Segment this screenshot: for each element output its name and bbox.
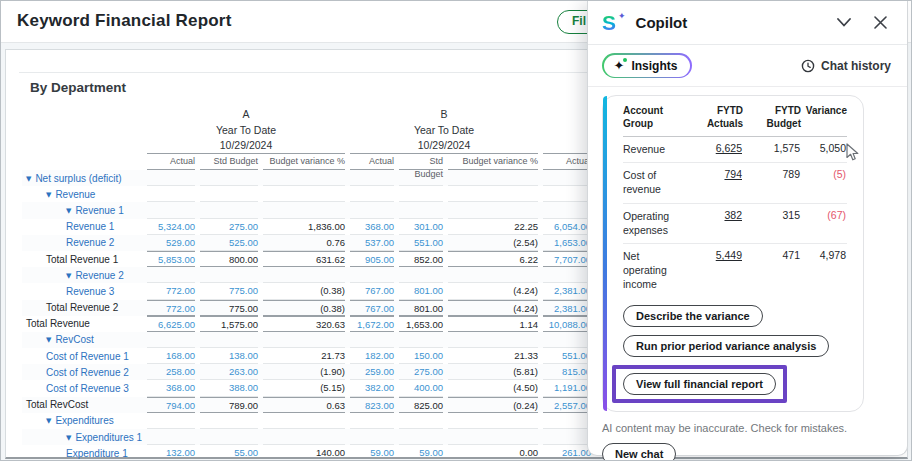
report-cell	[147, 202, 195, 218]
report-cell[interactable]: 382.00	[350, 380, 394, 396]
suggestion-button[interactable]: Describe the variance	[623, 305, 763, 327]
report-cell[interactable]: 7,707.00	[543, 251, 591, 267]
chat-history-button[interactable]: Chat history	[801, 59, 891, 73]
account-label[interactable]: Cost of Revenue 2	[22, 367, 142, 378]
collapse-triangle-icon[interactable]: ▼	[46, 336, 51, 344]
report-cell[interactable]: 2,381.00	[543, 283, 591, 299]
report-cell	[147, 267, 195, 283]
account-label[interactable]: Revenue 1	[22, 221, 142, 232]
report-cell[interactable]: 261.00	[543, 445, 591, 461]
report-cell[interactable]: 525.00	[200, 235, 258, 251]
new-chat-button[interactable]: New chat	[602, 443, 676, 461]
collapse-triangle-icon[interactable]: ▼	[66, 207, 71, 215]
report-cell[interactable]: 168.00	[147, 348, 195, 364]
account-label[interactable]: Cost of Revenue 3	[22, 383, 142, 394]
account-label[interactable]: Cost of Revenue 1	[22, 351, 142, 362]
account-group-label[interactable]: ▼Revenue	[22, 189, 142, 200]
insight-budget-value: 789	[743, 168, 801, 180]
insight-budget-value: 471	[743, 249, 801, 261]
insights-tab[interactable]: ✦ Insights	[602, 53, 692, 78]
copilot-header: S✦ Copilot	[588, 1, 907, 45]
insight-actuals-link[interactable]: 5,449	[681, 249, 743, 261]
report-cell[interactable]: 59.00	[399, 445, 443, 461]
collapse-triangle-icon[interactable]: ▼	[46, 417, 51, 425]
account-group-label[interactable]: ▼Revenue 1	[22, 205, 142, 216]
column-header: Std Budget	[399, 155, 443, 170]
collapse-triangle-icon[interactable]: ▼	[66, 434, 71, 442]
account-label[interactable]: Expenditure 1	[22, 448, 142, 459]
account-group-label[interactable]: ▼RevCost	[22, 334, 142, 345]
report-cell[interactable]: 5,324.00	[147, 219, 195, 235]
account-label: Total Revenue 1	[22, 254, 142, 265]
account-group-label[interactable]: ▼Net surplus (deficit)	[22, 173, 142, 184]
report-cell	[200, 267, 258, 283]
report-cell[interactable]: 10,088.00	[543, 316, 591, 332]
report-cell[interactable]: 772.00	[147, 283, 195, 299]
report-cell[interactable]: 6,054.00	[543, 219, 591, 235]
report-cell[interactable]: 132.00	[147, 445, 195, 461]
suggestion-button[interactable]: View full financial report	[623, 373, 776, 395]
account-label[interactable]: Revenue 2	[22, 237, 142, 248]
report-cell[interactable]: 59.00	[350, 445, 394, 461]
report-cell[interactable]: 772.00	[147, 300, 195, 316]
report-cell[interactable]: 275.00	[399, 364, 443, 380]
report-cell[interactable]: 182.00	[350, 348, 394, 364]
report-cell[interactable]: 529.00	[147, 235, 195, 251]
account-label: Total Revenue 2	[22, 302, 142, 313]
report-cell[interactable]: 368.00	[350, 219, 394, 235]
report-cell[interactable]: 368.00	[147, 380, 195, 396]
suggestion-button[interactable]: Run prior period variance analysis	[623, 335, 829, 357]
insight-actuals-link[interactable]: 382	[681, 209, 743, 221]
chevron-down-icon[interactable]	[833, 12, 855, 34]
report-cell[interactable]: 150.00	[399, 348, 443, 364]
collapse-triangle-icon[interactable]: ▼	[26, 175, 31, 183]
insight-account-group: Net operating income	[623, 249, 681, 292]
column-group-a: A	[147, 108, 345, 120]
report-cell: (4.24)	[448, 300, 538, 316]
report-cell[interactable]: 767.00	[350, 300, 394, 316]
report-cell[interactable]: 301.00	[399, 219, 443, 235]
report-cell[interactable]: 258.00	[147, 364, 195, 380]
page-title: Keyword Financial Report	[17, 11, 232, 31]
report-cell[interactable]: 388.00	[200, 380, 258, 396]
insight-actuals-link[interactable]: 6,625	[681, 142, 743, 154]
report-cell[interactable]: 551.00	[399, 235, 443, 251]
report-cell: (4.24)	[448, 283, 538, 299]
insight-actuals-link[interactable]: 794	[681, 168, 743, 180]
report-cell[interactable]: 2,557.00	[543, 397, 591, 413]
collapse-triangle-icon[interactable]: ▼	[66, 272, 71, 280]
close-icon[interactable]	[869, 12, 891, 34]
report-cell[interactable]: 1,653.00	[543, 235, 591, 251]
report-cell[interactable]: 767.00	[350, 283, 394, 299]
report-cell[interactable]: 275.00	[200, 219, 258, 235]
account-group-label[interactable]: ▼Revenue 2	[22, 270, 142, 281]
copilot-logo-sparkle-icon: ✦	[618, 11, 626, 21]
account-group-label[interactable]: ▼Expenditures	[22, 415, 142, 426]
report-cell[interactable]: 794.00	[147, 397, 195, 413]
report-cell[interactable]: 2,381.00	[543, 300, 591, 316]
report-cell	[350, 202, 394, 218]
report-cell[interactable]: 537.00	[350, 235, 394, 251]
report-cell[interactable]: 6,625.00	[147, 316, 195, 332]
highlight-annotation-box: View full financial report	[612, 365, 787, 403]
report-cell[interactable]: 905.00	[350, 251, 394, 267]
report-cell[interactable]: 1,672.00	[350, 316, 394, 332]
report-cell[interactable]: 259.00	[350, 364, 394, 380]
collapse-triangle-icon[interactable]: ▼	[46, 191, 51, 199]
report-cell[interactable]: 775.00	[200, 283, 258, 299]
report-cell[interactable]: 400.00	[399, 380, 443, 396]
report-cell[interactable]: 55.00	[200, 445, 258, 461]
report-cell[interactable]: 263.00	[200, 364, 258, 380]
report-cell[interactable]: 1,191.00	[543, 380, 591, 396]
report-cell[interactable]: 138.00	[200, 348, 258, 364]
period-label: Year To Date	[350, 124, 538, 136]
account-label: Total Revenue	[22, 318, 142, 329]
account-label[interactable]: Revenue 3	[22, 286, 142, 297]
report-cell[interactable]: 815.00	[543, 364, 591, 380]
report-cell[interactable]: 551.00	[543, 348, 591, 364]
report-cell[interactable]: 801.00	[399, 283, 443, 299]
report-cell: 0.00	[448, 445, 538, 461]
report-cell[interactable]: 823.00	[350, 397, 394, 413]
report-cell[interactable]: 5,853.00	[147, 251, 195, 267]
account-group-label[interactable]: ▼Expenditures 1	[22, 432, 142, 443]
